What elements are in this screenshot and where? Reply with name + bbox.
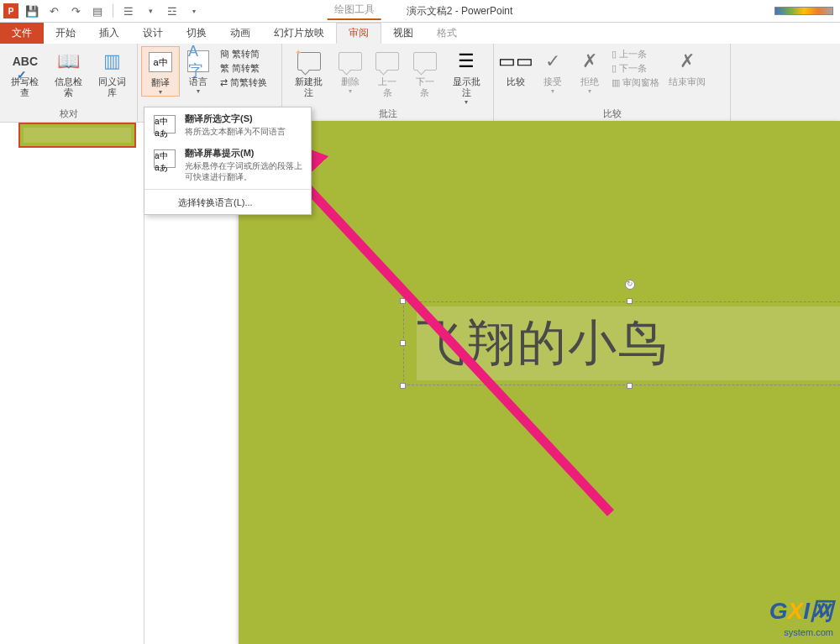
tab-file[interactable]: 文件: [0, 23, 44, 44]
reject-label: 拒绝: [580, 76, 599, 87]
tab-design[interactable]: 设计: [131, 23, 175, 44]
thesaurus-button[interactable]: ▥ 同义词库: [90, 46, 134, 98]
new-comment-button[interactable]: 新建批注: [286, 46, 332, 98]
show-comments-button[interactable]: ☰ 显示批注 ▾: [444, 46, 490, 106]
compare-next-button[interactable]: ▯下一条: [612, 62, 659, 75]
research-button[interactable]: 📖 信息检索: [47, 46, 91, 98]
accept-button[interactable]: ✓ 接受 ▾: [534, 46, 571, 95]
menu-item-title: 翻译所选文字(S): [185, 113, 304, 125]
color-strip-icon: [774, 7, 833, 15]
qat-more-icon[interactable]: ▾: [142, 3, 159, 19]
menu-separator: [144, 189, 311, 190]
new-comment-label: 新建批注: [291, 76, 327, 98]
compare-icon: ▭▭: [502, 48, 529, 75]
compare-label: 比较: [507, 76, 525, 87]
slide-canvas: 飞翔的小鸟: [239, 121, 840, 644]
next-icon: ▯: [612, 63, 617, 74]
resize-handle-bm[interactable]: [627, 383, 633, 389]
tab-transitions[interactable]: 切换: [175, 23, 218, 44]
start-from-beginning-icon[interactable]: ▤: [89, 3, 106, 19]
proofing-group-label: 校对: [0, 107, 137, 122]
tab-slideshow[interactable]: 幻灯片放映: [262, 23, 336, 44]
next-comment-button[interactable]: 下一条: [407, 46, 444, 98]
menu-choose-language[interactable]: 选择转换语言(L)...: [144, 191, 311, 214]
textbox-inner: 飞翔的小鸟: [417, 306, 840, 380]
qat-dropdown-icon[interactable]: ▾: [186, 3, 202, 19]
resize-handle-bl[interactable]: [400, 383, 406, 389]
thumbnail-panel[interactable]: [0, 123, 144, 644]
redo-icon[interactable]: ↷: [67, 3, 84, 19]
tab-format[interactable]: 格式: [425, 23, 469, 44]
watermark: GXI网 system.com: [769, 595, 833, 637]
titlebar: P 💾 ↶ ↷ ▤ ☰ ▾ ☲ ▾ 绘图工具 演示文稿2 - PowerPoin…: [0, 0, 840, 23]
ribbon: ABC 拼写检查 📖 信息检索 ▥ 同义词库 校对 a中 翻译 ▾ A字 语言: [0, 44, 840, 123]
prev-comment-icon: [374, 48, 401, 75]
resize-handle-tm[interactable]: [627, 298, 633, 304]
group-compare: ▭▭ 比较 ✓ 接受 ▾ ✗ 拒绝 ▾ ▯上一条 ▯下一条 ▥审阅窗格 ✗ 结束…: [494, 44, 731, 122]
translate-icon: a中: [147, 49, 174, 76]
tab-animations[interactable]: 动画: [218, 23, 262, 44]
compare-group-label: 比较: [494, 107, 730, 122]
rotate-handle[interactable]: [625, 280, 635, 290]
s2t-button[interactable]: 繁简转繁: [220, 62, 267, 75]
thesaurus-icon: ▥: [98, 48, 125, 75]
spellcheck-button[interactable]: ABC 拼写检查: [3, 46, 47, 98]
menu-item-desc: 光标悬停在字词或所选的段落上可快速进行翻译。: [185, 160, 304, 182]
menu-translate-screentip[interactable]: a中aあ 翻译屏幕提示(M) 光标悬停在字词或所选的段落上可快速进行翻译。: [144, 142, 311, 187]
undo-icon[interactable]: ↶: [45, 3, 62, 19]
chevron-down-icon: ▾: [465, 98, 468, 106]
end-review-icon: ✗: [674, 48, 701, 75]
group-proofing: ABC 拼写检查 📖 信息检索 ▥ 同义词库 校对: [0, 44, 138, 122]
touch-mode-icon[interactable]: ☰: [120, 3, 137, 19]
menu-item-title: 翻译屏幕提示(M): [185, 147, 304, 160]
language-button[interactable]: A字 语言 ▾: [180, 46, 217, 95]
tab-insert[interactable]: 插入: [87, 23, 131, 44]
compare-prev-button[interactable]: ▯上一条: [612, 48, 659, 60]
s2t-icon: 繁: [220, 62, 229, 75]
menu-translate-selection[interactable]: a中aあ 翻译所选文字(S) 将所选文本翻译为不同语言: [144, 107, 311, 142]
delete-comment-button[interactable]: 删除 ▾: [332, 46, 369, 95]
ribbon-tabs: 文件 开始 插入 设计 切换 动画 幻灯片放映 审阅 视图 格式: [0, 23, 840, 44]
resize-handle-tl[interactable]: [400, 298, 406, 304]
resize-handle-ml[interactable]: [400, 340, 406, 346]
tab-home[interactable]: 开始: [44, 23, 87, 44]
translate-label: 翻译: [151, 77, 170, 88]
end-review-label: 结束审阅: [669, 76, 706, 87]
research-icon: 📖: [55, 48, 82, 75]
review-pane-button[interactable]: ▥审阅窗格: [612, 76, 659, 89]
slide-title-text[interactable]: 飞翔的小鸟: [417, 311, 669, 376]
document-title: 演示文稿2 - PowerPoint: [407, 4, 513, 18]
chevron-down-icon: ▾: [159, 88, 162, 96]
titlebar-center: 绘图工具 演示文稿2 - PowerPoint: [328, 3, 513, 20]
t2s-button[interactable]: 簡繁转简: [220, 48, 267, 60]
pane-icon: ▥: [612, 77, 620, 88]
save-icon[interactable]: 💾: [24, 3, 40, 19]
prev-icon: ▯: [612, 49, 617, 60]
reject-button[interactable]: ✗ 拒绝 ▾: [571, 46, 608, 95]
new-comment-icon: [296, 48, 323, 75]
tab-review[interactable]: 审阅: [336, 23, 381, 44]
tab-view[interactable]: 视图: [381, 23, 425, 44]
research-label: 信息检索: [52, 76, 86, 98]
titlebar-right: [774, 7, 833, 15]
next-comment-icon: [412, 48, 438, 75]
prev-comment-button[interactable]: 上一条: [369, 46, 406, 98]
language-icon: A字: [185, 48, 212, 75]
next-comment-label: 下一条: [412, 76, 438, 98]
compare-button[interactable]: ▭▭ 比较: [497, 46, 534, 87]
translate-button[interactable]: a中 翻译 ▾: [141, 46, 180, 97]
watermark-brand: GXI网: [769, 595, 833, 627]
reject-icon: ✗: [576, 48, 603, 75]
textbox[interactable]: 飞翔的小鸟: [403, 301, 840, 385]
convert-button[interactable]: ⇄简繁转换: [220, 76, 267, 89]
show-comments-icon: ☰: [453, 48, 480, 75]
accept-label: 接受: [543, 76, 562, 87]
slide-thumbnail-1[interactable]: [18, 123, 136, 148]
delete-comment-label: 删除: [341, 76, 360, 87]
show-comments-label: 显示批注: [449, 76, 485, 98]
qat-customize-icon[interactable]: ☲: [164, 3, 181, 19]
end-review-button[interactable]: ✗ 结束审阅: [664, 46, 711, 87]
chevron-down-icon: ▾: [588, 87, 591, 95]
compare-nav: ▯上一条 ▯下一条 ▥审阅窗格: [608, 46, 663, 91]
translate-screentip-icon: a中aあ: [151, 147, 178, 170]
